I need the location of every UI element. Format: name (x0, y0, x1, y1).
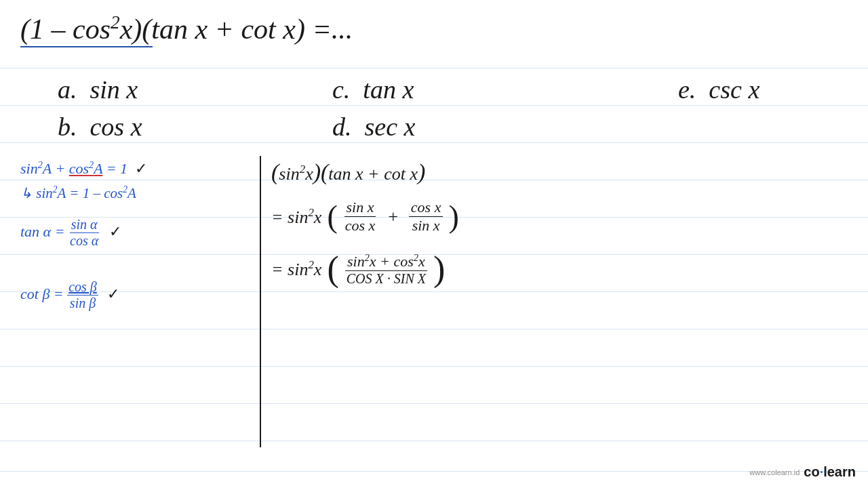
page: (1 – cos2x)(tan x + cot x) =... a. sin x… (0, 0, 868, 488)
question-underline (20, 46, 153, 47)
logo-brand: co·learn (804, 464, 856, 480)
choice-e: e. csc x (678, 75, 760, 104)
logo: www.colearn.id co·learn (749, 464, 856, 480)
choice-c: c. tan x (332, 75, 414, 104)
choice-a: a. sin x (58, 75, 138, 104)
left-working: sin2A + cos2A = 1 ✓ ↳ sin2A = 1 – cos2A … (20, 159, 264, 311)
choice-d: d. sec x (332, 112, 415, 142)
right-working: (sin2x)(tan x + cot x) = sin2x ( sin x c… (271, 159, 834, 287)
choice-b: b. cos x (58, 112, 142, 142)
logo-url: www.colearn.id (749, 468, 800, 476)
question-text: (1 – cos2x)(tan x + cot x) =... (20, 12, 353, 45)
